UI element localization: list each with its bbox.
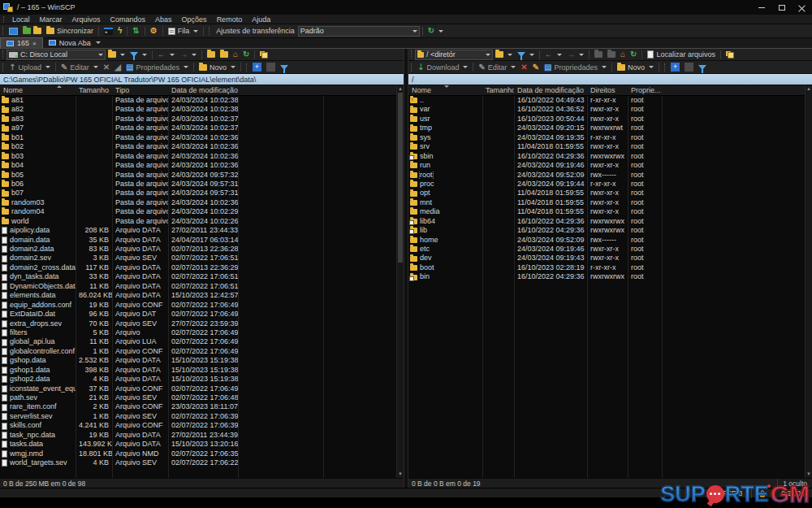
local-copy-button[interactable] [257, 50, 270, 59]
local-drive-combo[interactable]: C: Disco Local [6, 50, 106, 60]
upload-button[interactable]: ⇡Upload [6, 63, 53, 72]
file-row[interactable]: domain2.data83 KBArquivo DATA02/07/2013 … [0, 245, 396, 254]
dir-row[interactable]: a81Pasta de arquivos24/03/2024 10:02:38 [0, 96, 396, 105]
dir-row[interactable]: home24/03/2024 09:52:09rwx------root [408, 236, 805, 245]
dir-row[interactable]: a83Pasta de arquivos24/03/2024 10:02:37 [0, 115, 396, 124]
remote-directory-combo[interactable]: / <diretór [415, 50, 493, 60]
local-panel-options-button[interactable] [264, 62, 278, 72]
local-forward-button[interactable]: → [177, 50, 199, 59]
close-button[interactable] [792, 0, 812, 15]
remote-open-directory-button[interactable] [493, 50, 515, 59]
dir-row[interactable]: boot16/10/2023 02:28:19r-xr-xr-xroot [408, 263, 805, 272]
file-row[interactable]: domain.data35 KBArquivo DATA24/04/2017 0… [0, 236, 396, 245]
file-row[interactable]: serverlist.sev1 KBArquivo SEV02/07/2022 … [0, 412, 396, 421]
dir-row[interactable]: random04Pasta de arquivos24/03/2024 10:0… [0, 207, 396, 216]
remote-filter2-button[interactable] [696, 64, 709, 71]
remote-panel-options-button[interactable] [682, 62, 696, 72]
remote-refresh-button[interactable]: ↻ [628, 50, 639, 59]
remote-delete-button[interactable]: ✕ [518, 63, 529, 72]
dir-row[interactable]: b06Pasta de arquivos24/03/2024 09:57:31 [0, 180, 396, 189]
dir-row[interactable]: bin16/10/2022 04:29:36rwxrwxrwxroot [408, 272, 805, 281]
remote-filter-button[interactable] [515, 51, 537, 58]
remote-parent-dir-button[interactable] [592, 50, 605, 59]
remote-copy-button[interactable] [723, 50, 736, 59]
file-row[interactable]: rare_item.conf2 KBArquivo CONF23/03/2023… [0, 402, 396, 411]
synchronize-button[interactable]: Sincronizar [44, 26, 96, 36]
menu-arquivos[interactable]: Arquivos [67, 15, 106, 24]
scroll-up-icon[interactable]: ▲ [397, 85, 404, 93]
file-row[interactable]: ExtDataID.dat96 KBArquivo DAT02/07/2022 … [0, 310, 396, 319]
local-edit-button[interactable]: ✎Editar [58, 63, 101, 72]
queue-button[interactable]: Fila [166, 26, 201, 36]
local-filter-button[interactable] [127, 51, 149, 58]
local-root-dir-button[interactable] [218, 50, 231, 59]
dir-row[interactable]: mnt11/04/2018 01:59:55rwxr-xr-xroot [408, 198, 805, 207]
dir-row[interactable]: random03Pasta de arquivos24/03/2024 10:0… [0, 198, 396, 207]
dir-row[interactable]: lib6416/10/2022 04:29:36rwxrwxrwxroot [408, 217, 805, 226]
remote-scrollbar[interactable]: ▲ ▼ [805, 85, 812, 478]
tab-new-session[interactable]: Nova Aba [43, 37, 106, 48]
dir-row[interactable]: sys24/03/2024 09:19:35r-xr-xr-xroot [408, 133, 805, 142]
file-row[interactable]: equip_addons.conf19 KBArquivo CONF02/07/… [0, 301, 396, 310]
scroll-up-icon[interactable]: ▲ [806, 85, 812, 93]
dir-row[interactable]: b03Pasta de arquivos24/03/2024 10:02:36 [0, 152, 396, 161]
local-parent-dir-button[interactable] [205, 50, 218, 59]
preferences-button[interactable]: ⚙ [148, 26, 160, 36]
dir-row[interactable]: media11/04/2018 01:59:55rwxr-xr-xroot [408, 207, 805, 216]
file-row[interactable]: gshop1.data398 KBArquivo DATA15/10/2023 … [0, 366, 396, 375]
dir-row[interactable]: b01Pasta de arquivos24/03/2024 10:02:36 [0, 133, 396, 142]
new-session-button[interactable] [6, 27, 20, 36]
file-row[interactable]: world_targets.sev4 KBArquivo SEV02/07/20… [0, 458, 396, 467]
local-open-directory-button[interactable] [106, 50, 127, 59]
file-row[interactable]: iconstate_event_equi...37 KBArquivo CONF… [0, 384, 396, 393]
local-properties-button[interactable]: ▤Propriedades [123, 63, 191, 72]
remote-add-button[interactable]: + [668, 62, 682, 72]
scroll-down-icon[interactable]: ▼ [397, 471, 404, 478]
file-row[interactable]: domain2_cross.data117 KBArquivo DATA02/0… [0, 263, 396, 272]
dir-row[interactable]: usr16/10/2023 00:50:44rwxr-xr-xroot [408, 115, 805, 124]
file-row[interactable]: DynamicObjects.data11 KBArquivo DATA02/0… [0, 282, 396, 291]
local-back-button[interactable]: ← [155, 50, 177, 59]
dir-row[interactable]: lib16/10/2022 04:29:36rwxrwxrwxroot [408, 226, 805, 235]
file-row[interactable]: global_api.lua11 KBArquivo LUA02/07/2022… [0, 337, 396, 346]
remote-forward-button[interactable]: → [564, 50, 586, 59]
dir-row[interactable]: b07Pasta de arquivos24/03/2024 09:57:31 [0, 189, 396, 198]
maximize-button[interactable] [771, 0, 792, 15]
scrollbar-thumb[interactable] [398, 93, 403, 263]
column-direitos[interactable]: Direitos [587, 85, 628, 96]
file-row[interactable]: elements.data86.024 KBArquivo DATA15/10/… [0, 291, 396, 300]
transfer-list-button[interactable]: ⇅ [130, 26, 141, 36]
remote-properties-button[interactable]: ▤Propriedades [542, 63, 609, 72]
dir-row[interactable]: root24/03/2024 09:52:09rwx------root [408, 171, 805, 180]
file-row[interactable]: domain2.sev3 KBArquivo SEV02/07/2022 17:… [0, 254, 396, 263]
file-row[interactable]: filters5 KBArquivo02/07/2022 17:06:49 [0, 328, 396, 337]
local-scrollbar[interactable]: ▲ ▼ [396, 85, 404, 478]
column-data[interactable]: Data de modificação [168, 85, 238, 96]
local-new-button[interactable]: Novo [197, 63, 238, 72]
open-console-button[interactable]: » [102, 27, 115, 36]
column-tipo[interactable]: Tipo [112, 85, 168, 96]
parent-dir-row[interactable]: ..16/10/2022 04:49:43r-xr-xr-xroot [408, 96, 805, 105]
local-refresh-button[interactable]: ↻ [240, 50, 252, 59]
local-filter2-button[interactable] [278, 64, 291, 71]
minimize-button[interactable] [751, 0, 771, 15]
command-button[interactable]: ϟ [115, 26, 124, 36]
column-data[interactable]: Data de modificação [514, 85, 587, 96]
dir-row[interactable]: etc24/03/2024 09:19:46rwxr-xr-xroot [408, 245, 805, 254]
file-row[interactable]: tasks.data143.992 KBArquivo DATA15/10/20… [0, 440, 396, 449]
file-row[interactable]: aipolicy.data208 KBArquivo DATA27/02/201… [0, 226, 396, 235]
dir-row[interactable]: b04Pasta de arquivos24/03/2024 10:02:36 [0, 161, 396, 170]
menu-comandos[interactable]: Comandos [106, 15, 151, 24]
remote-new-button[interactable]: Novo [615, 63, 656, 72]
sync-browsing-button[interactable] [20, 27, 44, 35]
find-files-button[interactable]: Localizar arquivos [645, 50, 718, 59]
menu-remoto[interactable]: Remoto [212, 15, 248, 24]
column-tamanho[interactable]: Tamanho [76, 85, 112, 96]
local-path-bar[interactable]: C:\Games\PDablio\PW 165 OFICIAL Tradutor… [0, 74, 404, 85]
file-row[interactable]: gshop.data2.532 KBArquivo DATA15/10/2023… [0, 356, 396, 365]
menu-opes[interactable]: Opções [177, 15, 212, 24]
dir-row[interactable]: dev24/03/2024 09:19:43rwxr-xr-xroot [408, 254, 805, 263]
download-button[interactable]: ⇣Download [415, 63, 470, 72]
tab-session-165[interactable]: 165 × [0, 37, 43, 48]
column-tamanho[interactable]: Tamanho [482, 85, 514, 96]
